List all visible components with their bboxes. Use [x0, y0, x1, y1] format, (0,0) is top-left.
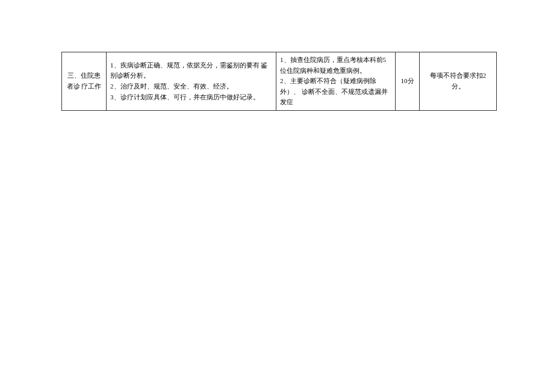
- requirement-item-1: 1、疾病诊断正确、规范，依据充分，需鉴别的要有 鉴别诊断分析。: [110, 60, 272, 81]
- evaluation-table: 三、住院患者诊 疗工作 1、疾病诊断正确、规范，依据充分，需鉴别的要有 鉴别诊断…: [61, 52, 497, 111]
- method-item-1: 1、抽查住院病历，重点考核本科前5 位住院病种和疑难危重病例。: [280, 55, 391, 76]
- score-cell: 10分: [396, 52, 420, 111]
- table-row: 三、住院患者诊 疗工作 1、疾病诊断正确、规范，依据充分，需鉴别的要有 鉴别诊断…: [62, 52, 497, 111]
- requirement-item-2: 2、治疗及时、规范、安全、有效、经济。: [110, 81, 272, 92]
- requirement-item-3: 3、诊疗计划应具体、可行，并在病历中做好记录。: [110, 92, 272, 103]
- deduction-text: 每项不符合要求扣2分。: [430, 72, 487, 90]
- category-cell: 三、住院患者诊 疗工作: [62, 52, 107, 111]
- methods-cell: 1、抽查住院病历，重点考核本科前5 位住院病种和疑难危重病例。 2、主要诊断不符…: [276, 52, 396, 111]
- requirements-cell: 1、疾病诊断正确、规范，依据充分，需鉴别的要有 鉴别诊断分析。 2、治疗及时、规…: [107, 52, 276, 111]
- method-item-2: 2、主要诊断不符合（疑难病例除外）、 诊断不全面、不规范或遗漏并发症: [280, 76, 391, 108]
- category-text: 三、住院患者诊 疗工作: [67, 72, 102, 90]
- deduction-cell: 每项不符合要求扣2分。: [420, 52, 497, 111]
- evaluation-table-container: 三、住院患者诊 疗工作 1、疾病诊断正确、规范，依据充分，需鉴别的要有 鉴别诊断…: [61, 52, 496, 111]
- score-text: 10分: [401, 77, 414, 84]
